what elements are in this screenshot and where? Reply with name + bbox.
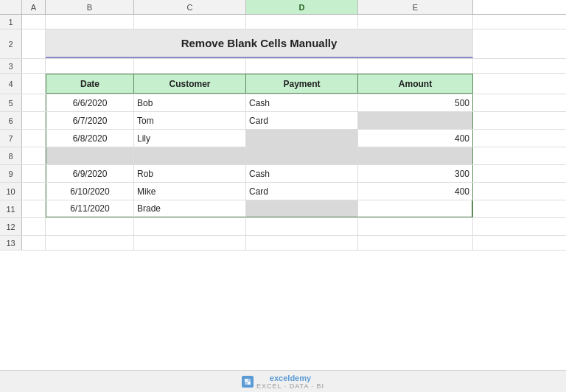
cell-a7[interactable] xyxy=(22,130,46,147)
cell-e13[interactable] xyxy=(358,236,473,250)
header-date[interactable]: Date xyxy=(46,74,134,94)
cell-amount-7[interactable]: 400 xyxy=(358,130,473,147)
cell-date-11[interactable]: 6/11/2020 xyxy=(46,200,134,217)
svg-rect-0 xyxy=(245,379,248,382)
cell-amount-9[interactable]: 300 xyxy=(358,165,473,182)
cell-customer-7[interactable]: Lily xyxy=(134,130,246,147)
cell-a11[interactable] xyxy=(22,200,46,217)
col-header-a[interactable]: A xyxy=(22,0,46,14)
cell-a3[interactable] xyxy=(22,59,46,73)
table-row: 10 6/10/2020 Mike Card 400 xyxy=(0,183,566,200)
row-num-5: 5 xyxy=(0,94,22,111)
cell-d13[interactable] xyxy=(246,236,358,250)
row-num-6: 6 xyxy=(0,112,22,129)
cell-payment-6[interactable]: Card xyxy=(246,112,358,129)
table-row: 6 6/7/2020 Tom Card xyxy=(0,112,566,130)
table-row: 12 xyxy=(0,218,566,236)
cell-c12[interactable] xyxy=(134,218,246,235)
table-row: 3 xyxy=(0,59,566,74)
cell-a1[interactable] xyxy=(22,15,46,29)
row-num-1: 1 xyxy=(0,15,22,29)
row-num-13: 13 xyxy=(0,236,22,250)
cell-payment-5[interactable]: Cash xyxy=(246,94,358,111)
column-headers: A B C D E xyxy=(0,0,566,15)
cell-a12[interactable] xyxy=(22,218,46,235)
cell-customer-5[interactable]: Bob xyxy=(134,94,246,111)
footer-logo: exceldemy EXCEL · DATA · BI xyxy=(242,374,324,390)
row-num-8: 8 xyxy=(0,147,22,164)
cell-amount-10[interactable]: 400 xyxy=(358,183,473,200)
row-num-9: 9 xyxy=(0,165,22,182)
cell-customer-9[interactable]: Rob xyxy=(134,165,246,182)
cell-e12[interactable] xyxy=(358,218,473,235)
table-row: 4 Date Customer Payment Amount xyxy=(0,74,566,94)
col-header-e[interactable]: E xyxy=(358,0,473,14)
spreadsheet: A B C D E 1 2 Remove Blank Cells Manuall… xyxy=(0,0,566,392)
cell-customer-10[interactable]: Mike xyxy=(134,183,246,200)
row-num-7: 7 xyxy=(0,130,22,147)
cell-date-8[interactable] xyxy=(46,147,134,164)
row-num-2: 2 xyxy=(0,29,22,58)
cell-b12[interactable] xyxy=(46,218,134,235)
cell-customer-11[interactable]: Brade xyxy=(134,200,246,217)
col-header-d[interactable]: D xyxy=(246,0,358,14)
brand-name: exceldemy xyxy=(270,374,311,382)
col-header-b[interactable]: B xyxy=(46,0,134,14)
table-row: 13 xyxy=(0,236,566,251)
cell-customer-8[interactable] xyxy=(134,147,246,164)
cell-b3[interactable] xyxy=(46,59,134,73)
cell-c13[interactable] xyxy=(134,236,246,250)
cell-amount-11[interactable] xyxy=(358,200,473,217)
cell-amount-5[interactable]: 500 xyxy=(358,94,473,111)
cell-a13[interactable] xyxy=(22,236,46,250)
cell-d1[interactable] xyxy=(246,15,358,29)
header-customer[interactable]: Customer xyxy=(134,74,246,94)
cell-d12[interactable] xyxy=(246,218,358,235)
cell-d3[interactable] xyxy=(246,59,358,73)
cell-amount-6[interactable] xyxy=(358,112,473,129)
row-num-11: 11 xyxy=(0,200,22,217)
cell-amount-8[interactable] xyxy=(358,147,473,164)
cell-date-10[interactable]: 6/10/2020 xyxy=(46,183,134,200)
cell-a9[interactable] xyxy=(22,165,46,182)
cell-e1[interactable] xyxy=(358,15,473,29)
cell-b1[interactable] xyxy=(46,15,134,29)
cell-date-7[interactable]: 6/8/2020 xyxy=(46,130,134,147)
cell-c3[interactable] xyxy=(134,59,246,73)
table-row: 9 6/9/2020 Rob Cash 300 xyxy=(0,165,566,183)
cell-payment-11[interactable] xyxy=(246,200,358,217)
col-header-c[interactable]: C xyxy=(134,0,246,14)
corner-cell xyxy=(0,0,22,14)
cell-payment-9[interactable]: Cash xyxy=(246,165,358,182)
row-num-3: 3 xyxy=(0,59,22,73)
svg-rect-3 xyxy=(248,379,251,382)
cell-a8[interactable] xyxy=(22,147,46,164)
cell-date-6[interactable]: 6/7/2020 xyxy=(46,112,134,129)
header-amount[interactable]: Amount xyxy=(358,74,473,94)
cell-customer-6[interactable]: Tom xyxy=(134,112,246,129)
table-row: 1 xyxy=(0,15,566,29)
cell-a5[interactable] xyxy=(22,94,46,111)
cell-a6[interactable] xyxy=(22,112,46,129)
row-num-10: 10 xyxy=(0,183,22,200)
cell-date-5[interactable]: 6/6/2020 xyxy=(46,94,134,111)
cell-e3[interactable] xyxy=(358,59,473,73)
cell-a10[interactable] xyxy=(22,183,46,200)
svg-rect-2 xyxy=(245,382,248,385)
cell-a4[interactable] xyxy=(22,74,46,94)
title-cell: Remove Blank Cells Manually xyxy=(46,29,473,58)
svg-rect-1 xyxy=(248,382,251,385)
cell-payment-7[interactable] xyxy=(246,130,358,147)
row-num-12: 12 xyxy=(0,218,22,235)
cell-c1[interactable] xyxy=(134,15,246,29)
table-row: 11 6/11/2020 Brade xyxy=(0,200,566,218)
cell-b13[interactable] xyxy=(46,236,134,250)
cell-payment-10[interactable]: Card xyxy=(246,183,358,200)
table-row: 7 6/8/2020 Lily 400 xyxy=(0,130,566,147)
cell-a2[interactable] xyxy=(22,29,46,58)
row-num-4: 4 xyxy=(0,74,22,94)
header-payment[interactable]: Payment xyxy=(246,74,358,94)
cell-payment-8[interactable] xyxy=(246,147,358,164)
cell-date-9[interactable]: 6/9/2020 xyxy=(46,165,134,182)
brand-icon xyxy=(242,376,254,388)
